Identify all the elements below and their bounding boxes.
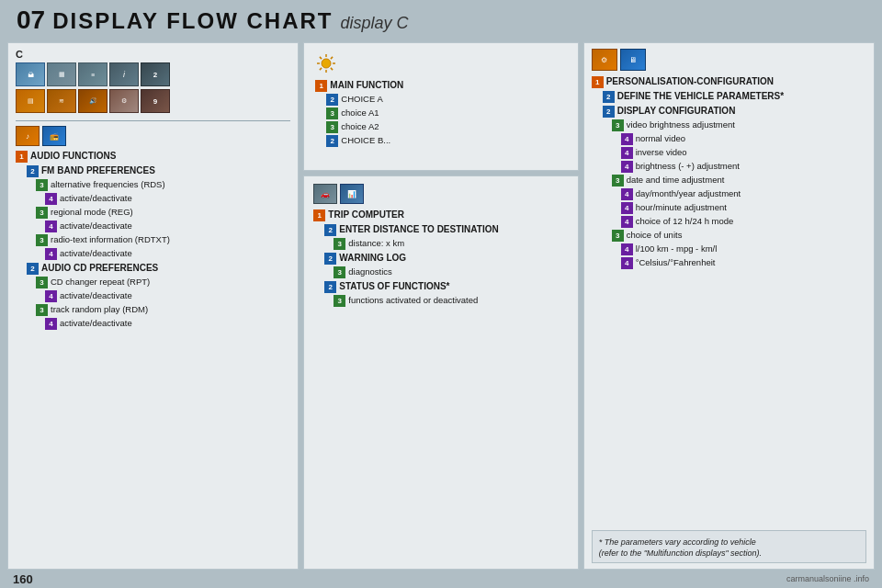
level-badge: 3 — [612, 119, 624, 131]
list-item: 3functions activated or deactivated — [313, 295, 568, 307]
icon-orange3: 🔊 — [78, 89, 107, 113]
list-item: 1TRIP COMPUTER — [313, 209, 568, 221]
center-top-panel: 1MAIN FUNCTION2CHOICE A3choice A13choice… — [303, 42, 578, 171]
entry-text: PERSONALISATION-CONFIGURATION — [606, 75, 774, 87]
entry-text: WARNING LOG — [339, 252, 406, 264]
level-badge: 3 — [36, 304, 48, 316]
main-layout: C 🏔 ▦ ≡ i 2 ▤ ≋ 🔊 ⚙ 9 ♪ 📻 — [7, 42, 875, 570]
list-item: 2FM BAND PREFERENCES — [16, 164, 290, 177]
list-item: 4activate/deactivate — [16, 193, 290, 205]
right-panel: ⚙ 🖥 1PERSONALISATION-CONFIGURATION2DEFIN… — [583, 42, 875, 570]
entry-text: ENTER DISTANCE TO DESTINATION — [339, 223, 498, 235]
level-badge: 1 — [313, 209, 325, 221]
list-item: 3track random play (RDM) — [16, 304, 290, 316]
level-badge: 3 — [36, 277, 48, 288]
header-number: 07 — [17, 6, 45, 35]
entry-text: normal video — [636, 133, 685, 144]
level-badge: 4 — [621, 188, 633, 200]
entry-text: choice of units — [627, 230, 683, 241]
entry-text: hour/minute adjustment — [636, 202, 727, 213]
list-item: 2ENTER DISTANCE TO DESTINATION — [313, 223, 568, 236]
entry-text: diagnostics — [348, 266, 392, 277]
level-badge: 4 — [45, 193, 57, 205]
entry-text: date and time adjustment — [627, 175, 725, 186]
level-badge: 2 — [603, 91, 615, 103]
center-top-item: 2CHOICE B... — [315, 135, 566, 147]
list-item: 4brightness (- +) adjustment — [592, 161, 866, 173]
icon-landscape: 🏔 — [16, 62, 45, 86]
list-item: 3regional mode (REG) — [16, 207, 290, 219]
level-badge: 4 — [45, 220, 57, 232]
svg-line-6 — [331, 68, 333, 70]
svg-point-0 — [322, 59, 331, 68]
center-top-item: 3choice A2 — [315, 121, 566, 133]
level-badge: 4 — [621, 133, 633, 145]
list-item: 3diagnostics — [313, 266, 568, 278]
main-function-row: 1MAIN FUNCTION — [315, 80, 566, 92]
icon-trip2: 📊 — [340, 184, 364, 204]
center-bottom-panel: 🚗 📊 1TRIP COMPUTER2ENTER DISTANCE TO DES… — [303, 175, 578, 570]
list-item: 4choice of 12 h/24 h mode — [592, 216, 866, 228]
list-item: 3alternative frequencies (RDS) — [16, 179, 290, 191]
list-item: 3distance: x km — [313, 238, 568, 250]
center-panel: 1MAIN FUNCTION2CHOICE A3choice A13choice… — [303, 42, 578, 570]
entry-text: inverse video — [636, 147, 687, 158]
svg-line-7 — [320, 68, 322, 70]
sun-icon — [315, 52, 337, 74]
level-badge: 4 — [45, 318, 57, 330]
list-item: 2WARNING LOG — [313, 252, 568, 265]
entry-text: l/100 km - mpg - km/l — [636, 243, 718, 254]
entry-text: DEFINE THE VEHICLE PARAMETERS* — [617, 90, 785, 102]
header-title: DISPLAY FLOW CHART — [52, 8, 333, 34]
entry-text: TRIP COMPUTER — [328, 209, 404, 220]
list-item: 4activate/deactivate — [16, 248, 290, 260]
footnote-text: * The parameters vary according to vehic… — [599, 537, 762, 558]
level-badge: 3 — [334, 295, 345, 307]
level-badge: 2 — [324, 253, 336, 265]
list-item: 4°Celsius/°Fahrenheit — [592, 257, 866, 269]
level-badge: 3 — [334, 266, 345, 278]
svg-line-5 — [320, 57, 322, 59]
header-subtitle: display C — [341, 14, 409, 33]
icon-bars: ≡ — [78, 62, 107, 86]
icon-orange2: ≋ — [47, 89, 76, 113]
label-c: C — [16, 49, 290, 60]
entry-text: regional mode (REG) — [51, 207, 133, 218]
list-item: 4day/month/year adjustment — [592, 188, 866, 200]
list-item: 2DEFINE THE VEHICLE PARAMETERS* — [592, 90, 866, 103]
level-badge: 4 — [621, 257, 633, 269]
icon-audio1: ♪ — [16, 126, 40, 146]
level-badge: 3 — [36, 234, 48, 246]
level-badge: 3 — [612, 230, 624, 242]
level-badge: 2 — [324, 281, 336, 293]
center-top-item: 3choice A1 — [315, 107, 566, 119]
list-item: 3radio-text information (RDTXT) — [16, 234, 290, 246]
level-badge: 3 — [612, 175, 624, 187]
entry-text: day/month/year adjustment — [636, 188, 741, 199]
entry-text: activate/deactivate — [60, 318, 132, 329]
entry-text: video brightness adjustment — [627, 119, 735, 130]
entry-text: activate/deactivate — [60, 290, 132, 301]
list-item: 2STATUS OF FUNCTIONS* — [313, 280, 568, 293]
entry-text: activate/deactivate — [60, 220, 132, 232]
entry-text: choice of 12 h/24 h mode — [636, 216, 734, 227]
level-badge: 4 — [621, 161, 633, 173]
list-item: 3CD changer repeat (RPT) — [16, 277, 290, 288]
level-badge: 1 — [16, 151, 28, 163]
entry-text: track random play (RDM) — [51, 304, 148, 315]
entry-text: brightness (- +) adjustment — [636, 161, 740, 172]
entry-text: activate/deactivate — [60, 248, 132, 259]
level-badge: 4 — [621, 243, 633, 255]
entry-text: distance: x km — [348, 238, 404, 249]
list-item: 4activate/deactivate — [16, 220, 290, 232]
right-entries: 1PERSONALISATION-CONFIGURATION2DEFINE TH… — [592, 75, 866, 530]
entry-text: CD changer repeat (RPT) — [51, 277, 150, 288]
level-badge: 2 — [27, 165, 39, 177]
icon-i: i — [109, 62, 139, 86]
list-item: 4hour/minute adjustment — [592, 202, 866, 214]
icon-audio2: 📻 — [42, 126, 66, 146]
list-item: 1AUDIO FUNCTIONS — [16, 150, 290, 163]
list-item: 4normal video — [592, 133, 866, 145]
level-badge: 4 — [621, 216, 633, 228]
icon-right1: ⚙ — [592, 49, 617, 71]
